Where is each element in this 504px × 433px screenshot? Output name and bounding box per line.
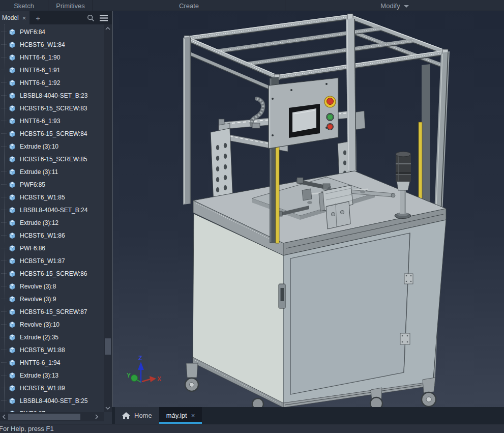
tree-item[interactable]: HNTT6-6_1:90 [0, 51, 104, 64]
menu-tab-modify-label: Modify [380, 2, 400, 10]
tree-connector [2, 82, 7, 83]
tree-connector [2, 273, 7, 274]
part-cube-icon [8, 66, 16, 74]
tree-item[interactable]: HCBST6-15_SCREW:86 [0, 267, 104, 280]
tab-home[interactable]: Home [115, 407, 159, 424]
part-cube-icon [8, 104, 16, 112]
tree-item-label: LBSBL8-4040-SET_B:24 [20, 207, 87, 214]
red-button[interactable] [327, 124, 334, 130]
emergency-stop-button[interactable] [324, 96, 336, 107]
tree-connector [2, 299, 7, 299]
tree-connector [2, 184, 7, 185]
hamburger-menu-icon[interactable] [100, 15, 108, 21]
tree-item[interactable]: LBSBL8-4040-SET_B:23 [0, 89, 104, 102]
axis-z-arrow [138, 362, 144, 370]
tree-connector [2, 235, 7, 236]
tree-item[interactable]: HCBST6_W1:88 [0, 343, 104, 356]
tree-item[interactable]: HCBST6-15_SCREW:87 [0, 305, 104, 318]
tree-item[interactable]: Revolve (3):8 [0, 280, 104, 293]
tree-connector [2, 388, 7, 388]
tree-connector [2, 210, 7, 210]
tree-item[interactable]: HNTT6-6_1:91 [0, 64, 104, 76]
menu-tab-primitives[interactable]: Primitives [48, 0, 93, 11]
tree-connector [2, 32, 7, 32]
tree-item[interactable]: Extrude (2):35 [0, 331, 104, 343]
tree-item[interactable]: HCBST6_W1:84 [0, 38, 104, 51]
green-button[interactable] [327, 113, 334, 121]
tree-item[interactable]: HCBST6-15_SCREW:83 [0, 102, 104, 114]
tree-connector [2, 222, 7, 223]
tab-home-label: Home [134, 412, 152, 419]
tree-item[interactable]: HCBST6_W1:87 [0, 254, 104, 267]
menu-tab-create[interactable]: Create [93, 0, 285, 11]
tab-model[interactable]: Model × [0, 11, 29, 24]
part-cube-icon [8, 282, 16, 291]
hmi-screen [289, 104, 320, 138]
part-cube-icon [8, 308, 16, 316]
part-cube-icon [8, 142, 16, 151]
vertical-scroll-thumb[interactable] [105, 338, 111, 355]
tree-item[interactable]: HNTT6-6_1:94 [0, 356, 104, 369]
tree-item[interactable]: Extrude (3):12 [0, 216, 104, 229]
horizontal-scroll-thumb[interactable] [8, 414, 80, 420]
light-curtain-strip-left [276, 147, 279, 243]
tree-item[interactable]: HCBST6-15_SCREW:85 [0, 153, 104, 165]
tree-vertical-scrollbar[interactable] [104, 24, 112, 412]
axis-y-ball [131, 375, 138, 382]
status-bar: For Help, press F1 [0, 424, 504, 433]
tree-item-label: HCBST6_W1:86 [20, 232, 65, 239]
scroll-down-icon[interactable] [104, 404, 112, 412]
tree-item-label: PWF6:84 [20, 28, 45, 36]
tree-item[interactable]: HNTT6-6_1:92 [0, 76, 104, 89]
browser-panel-header: Model × + [0, 11, 112, 24]
tree-item[interactable]: Extrude (3):13 [0, 369, 104, 382]
tree-connector [2, 248, 7, 248]
tree-connector [2, 95, 7, 96]
menu-tab-modify[interactable]: Modify [285, 0, 504, 11]
tab-document-may-ipt[interactable]: máy.ipt × [159, 407, 202, 424]
tree-item[interactable]: LBSBL8-4040-SET_B:25 [0, 394, 104, 407]
part-cube-icon [8, 206, 16, 214]
part-cube-icon [8, 130, 16, 138]
tree-item[interactable]: HNTT6-6_1:93 [0, 114, 104, 127]
tree-item[interactable]: PWF6:84 [0, 25, 104, 38]
tree-item[interactable]: Extrude (3):10 [0, 140, 104, 153]
tree-item-label: Revolve (3):8 [20, 283, 56, 290]
tree-item[interactable]: PWF6:86 [0, 242, 104, 254]
scroll-right-icon[interactable] [93, 413, 101, 421]
tree-item[interactable]: HCBST6_W1:89 [0, 382, 104, 394]
tree-item-label: PWF6:86 [20, 245, 45, 252]
close-icon[interactable]: × [22, 15, 26, 21]
home-icon [122, 412, 130, 419]
part-cube-icon [8, 371, 16, 380]
tree-item[interactable]: HCBST6-15_SCREW:84 [0, 127, 104, 140]
part-cube-icon [8, 384, 16, 392]
tree-item[interactable]: PWF6:87 [0, 407, 104, 412]
3d-viewport[interactable]: Z X Y [112, 11, 504, 407]
tree-connector [2, 362, 7, 363]
tree-horizontal-scrollbar[interactable] [0, 412, 104, 421]
menu-tab-sketch[interactable]: Sketch [0, 0, 48, 11]
tree-item[interactable]: Extrude (3):11 [0, 165, 104, 178]
scroll-up-icon[interactable] [104, 24, 112, 33]
tree-item[interactable]: HCBST6_W1:86 [0, 229, 104, 242]
part-cube-icon [8, 41, 16, 49]
tree-item-label: HCBST6_W1:84 [20, 41, 65, 48]
tree-item[interactable]: PWF6:85 [0, 178, 104, 191]
part-cube-icon [8, 28, 16, 36]
axis-y-label: Y [127, 372, 131, 379]
tree-connector [2, 337, 7, 337]
add-tab-button[interactable]: + [36, 14, 40, 22]
search-icon[interactable] [87, 14, 95, 22]
tree-item[interactable]: HCBST6_W1:85 [0, 191, 104, 204]
close-tab-icon[interactable]: × [191, 412, 195, 419]
tree-item-label: Extrude (2):35 [20, 334, 58, 341]
tree-connector [2, 261, 7, 261]
axis-x-arrow [150, 376, 156, 382]
tree-item[interactable]: LBSBL8-4040-SET_B:24 [0, 204, 104, 216]
tree-item[interactable]: Revolve (3):10 [0, 318, 104, 331]
tree-item-label: PWF6:85 [20, 181, 45, 188]
tree-item[interactable]: Revolve (3):9 [0, 293, 104, 305]
tree-item-label: HCBST6-15_SCREW:85 [20, 156, 87, 163]
scroll-left-icon[interactable] [0, 413, 8, 421]
